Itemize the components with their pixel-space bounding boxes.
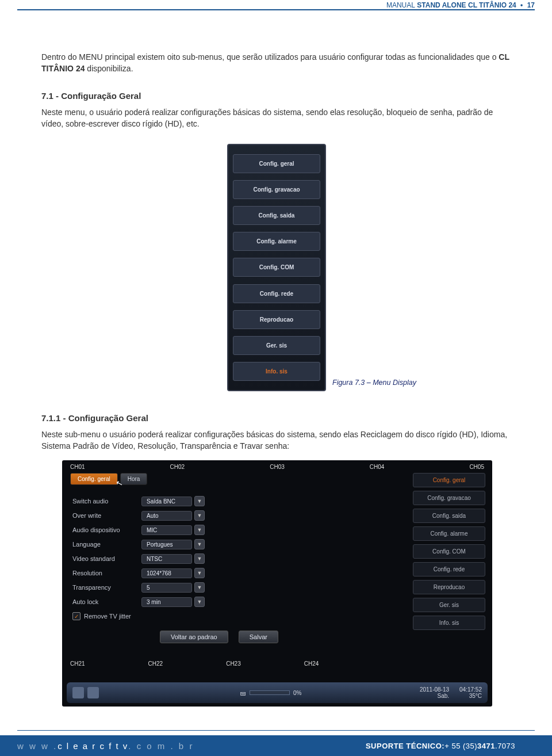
header-prefix: MANUAL xyxy=(386,1,415,9)
menu-item[interactable]: Config. gravacao xyxy=(233,180,320,199)
footer-url: w w w . c l e a r c f t v . c o m . b r xyxy=(0,735,329,756)
form-select[interactable]: 3 min xyxy=(141,597,192,607)
reset-button[interactable]: Voltar ao padrao xyxy=(160,631,228,643)
side-item[interactable]: Config. COM xyxy=(413,544,485,559)
remove-jitter-checkbox[interactable]: ✓ Remove TV jitter xyxy=(72,612,131,620)
dropdown-icon[interactable]: ▼ xyxy=(194,525,205,535)
form-label: Transparency xyxy=(72,584,141,591)
side-item[interactable]: Config. gravacao xyxy=(413,491,485,505)
channel-label: CH23 xyxy=(226,660,241,667)
dropdown-icon[interactable]: ▼ xyxy=(194,496,205,506)
form-select[interactable]: Auto xyxy=(141,511,192,521)
page-number: 17 xyxy=(527,1,535,9)
channel-label: CH21 xyxy=(70,660,85,667)
menu-item[interactable]: Reproducao xyxy=(233,310,320,329)
channel-label: CH01 xyxy=(70,464,85,470)
disk-percent: 0% xyxy=(293,690,301,696)
section-7-1-1-text: Neste sub-menu o usuário poderá realizar… xyxy=(41,429,511,452)
menu-item[interactable]: Info. sis xyxy=(233,362,320,381)
form-row: Video standard NTSC ▼ xyxy=(72,553,256,564)
figure-7-3-caption: Figura 7.3 – Menu Display xyxy=(332,379,416,387)
form-select[interactable]: Portugues xyxy=(141,540,192,549)
channel-row-top: CH01 CH02 CH03 CH04 CH05 xyxy=(70,464,484,470)
dropdown-icon[interactable]: ▼ xyxy=(194,510,205,521)
form-row: Over write Auto ▼ xyxy=(72,510,256,521)
form-label: Audio dispositivo xyxy=(72,526,141,533)
form-row: Audio dispositivo MIC ▼ xyxy=(72,525,256,535)
channel-label: CH22 xyxy=(148,660,163,667)
side-item[interactable]: Config. alarme xyxy=(413,526,485,541)
menu-item[interactable]: Config. geral xyxy=(233,154,320,173)
section-7-1-title: 7.1 - Configuração Geral xyxy=(41,91,141,101)
settings-form: Switch audio Saída BNC ▼ Over write Auto… xyxy=(72,496,256,611)
dropdown-icon[interactable]: ▼ xyxy=(194,568,205,578)
channel-label: CH02 xyxy=(170,464,185,470)
form-label: Over write xyxy=(72,512,141,519)
disk-icon: 🖴 xyxy=(240,690,246,696)
form-label: Auto lock xyxy=(72,598,141,605)
footer: w w w . c l e a r c f t v . c o m . b r … xyxy=(0,735,552,756)
checkbox-icon[interactable]: ✓ xyxy=(72,612,80,620)
side-menu: Config. geral Config. gravacao Config. s… xyxy=(413,473,485,630)
form-label: Switch audio xyxy=(72,498,141,505)
save-button[interactable]: Salvar xyxy=(239,631,278,643)
taskbar-menu-icon[interactable] xyxy=(72,687,84,698)
taskbar-grid-icon[interactable] xyxy=(87,687,99,698)
header-title: MANUAL STAND ALONE CL TITÂNIO 24 • 17 xyxy=(382,1,535,9)
taskbar-date: 2011-08-13 Sab. xyxy=(420,686,449,699)
intro-paragraph: Dentro do MENU principal existem oito su… xyxy=(41,52,511,74)
menu-item[interactable]: Config. alarme xyxy=(233,232,320,251)
section-7-1-text: Neste menu, o usuário poderá realizar co… xyxy=(41,107,511,129)
menu-item[interactable]: Ger. sis xyxy=(233,336,320,355)
form-select[interactable]: 1024*768 xyxy=(141,568,192,578)
channel-label: CH24 xyxy=(304,660,319,667)
menu-item[interactable]: Config. saida xyxy=(233,206,320,225)
dropdown-icon[interactable]: ▼ xyxy=(194,582,205,593)
tab-config-geral[interactable]: Config. geral xyxy=(70,473,118,485)
menu-item[interactable]: Config. rede xyxy=(233,284,320,303)
form-row: Transparency 5 ▼ xyxy=(72,582,256,593)
figure-7-3-menu: Config. geral Config. gravacao Config. s… xyxy=(227,144,326,391)
menu-item[interactable]: Config. COM xyxy=(233,258,320,277)
side-item[interactable]: Reproducao xyxy=(413,580,485,594)
tab-row: Config. geral Hora xyxy=(70,473,147,485)
checkbox-label: Remove TV jitter xyxy=(84,613,131,620)
form-row: Auto lock 3 min ▼ xyxy=(72,597,256,607)
disk-usage: 🖴 0% xyxy=(240,690,301,696)
form-row: Language Portugues ▼ xyxy=(72,539,256,549)
bullet-icon: • xyxy=(520,1,523,9)
form-label: Language xyxy=(72,541,141,548)
side-item[interactable]: Ger. sis xyxy=(413,598,485,612)
taskbar-time: 04:17:52 35°C xyxy=(459,686,482,699)
form-select[interactable]: 5 xyxy=(141,583,192,593)
channel-label: CH04 xyxy=(370,464,385,470)
channel-row-bottom: CH21 CH22 CH23 CH24 xyxy=(70,660,484,667)
header-rule xyxy=(17,9,535,10)
channel-label: CH03 xyxy=(270,464,285,470)
dropdown-icon[interactable]: ▼ xyxy=(194,553,205,564)
tab-hora[interactable]: Hora xyxy=(120,473,148,485)
footer-support: SUPORTE TÉCNICO: + 55 (35) 3471 .7073 xyxy=(329,735,552,756)
form-label: Resolution xyxy=(72,570,141,576)
form-label: Video standard xyxy=(72,555,141,562)
button-row: Voltar ao padrao Salvar xyxy=(160,631,278,643)
footer-rule xyxy=(17,730,535,731)
form-select[interactable]: MIC xyxy=(141,525,192,535)
form-select[interactable]: NTSC xyxy=(141,554,192,564)
form-row: Resolution 1024*768 ▼ xyxy=(72,568,256,578)
dropdown-icon[interactable]: ▼ xyxy=(194,539,205,549)
side-item[interactable]: Config. geral xyxy=(413,473,485,487)
dropdown-icon[interactable]: ▼ xyxy=(194,597,205,607)
channel-label: CH05 xyxy=(469,464,484,470)
taskbar: 🖴 0% 2011-08-13 Sab. 04:17:52 35°C xyxy=(67,682,488,703)
section-7-1-1-title: 7.1.1 - Configuração Geral xyxy=(41,413,148,423)
form-row: Switch audio Saída BNC ▼ xyxy=(72,496,256,506)
disk-bar xyxy=(250,690,290,695)
side-item[interactable]: Config. saida xyxy=(413,509,485,523)
header-main: STAND ALONE CL TITÂNIO 24 xyxy=(417,1,516,9)
side-item[interactable]: Info. sis xyxy=(413,616,485,630)
config-screenshot: CH01 CH02 CH03 CH04 CH05 Config. geral H… xyxy=(62,460,492,707)
side-item[interactable]: Config. rede xyxy=(413,562,485,576)
form-select[interactable]: Saída BNC xyxy=(141,497,192,506)
